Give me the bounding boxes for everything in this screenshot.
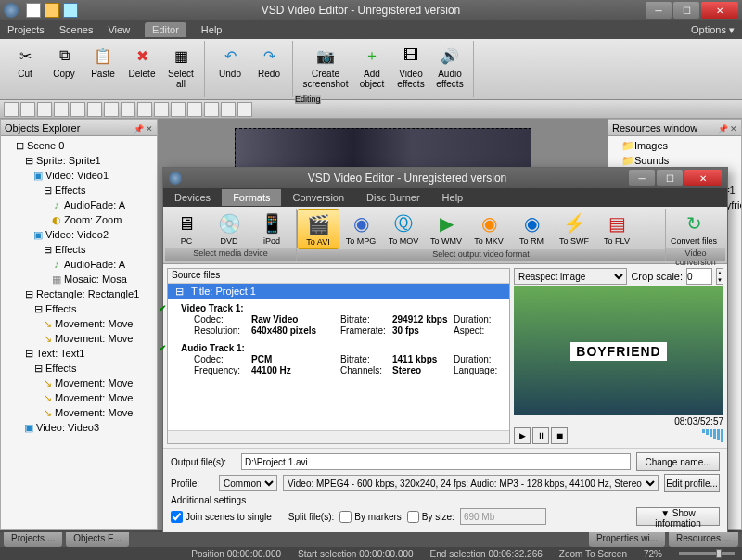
tab-devices[interactable]: Devices <box>163 189 222 206</box>
tool-icon[interactable] <box>154 102 169 117</box>
profile-select-a[interactable]: Common <box>219 475 277 491</box>
wmv-icon: ▶ <box>431 210 461 236</box>
stepper-icon[interactable]: ▲▼ <box>716 268 723 285</box>
format-flv[interactable]: ▤To FLV <box>595 209 638 249</box>
bymarkers-checkbox[interactable] <box>339 511 352 523</box>
menu-editor[interactable]: Editor <box>145 22 186 37</box>
tool-icon[interactable] <box>137 102 152 117</box>
pause-button[interactable]: ⏸ <box>532 427 549 444</box>
volume-indicator[interactable] <box>702 429 723 442</box>
tab-discburner[interactable]: Disc Burner <box>355 189 430 206</box>
cut-button[interactable]: ✂Cut <box>7 43 43 81</box>
cropscale-input[interactable] <box>686 268 712 285</box>
screenshot-button[interactable]: 📷Create screenshot <box>301 43 351 91</box>
dialog-close-button[interactable]: ✕ <box>684 170 722 186</box>
app-logo-icon <box>4 3 19 18</box>
scissors-icon: ✂ <box>14 45 36 67</box>
device-ipod[interactable]: 📱iPod <box>250 209 293 248</box>
profile-select-b[interactable]: Video: MPEG4 - 600 kbps, 320x240, 24 fps… <box>283 475 659 491</box>
zoom-slider[interactable] <box>679 552 735 555</box>
reaspect-select[interactable]: Reaspect image <box>514 268 627 285</box>
menu-view[interactable]: View <box>108 24 130 35</box>
status-tab-objects[interactable]: Objects E... <box>66 532 129 547</box>
undo-button[interactable]: ↶Undo <box>212 43 248 81</box>
pin-icon[interactable]: 📌 <box>134 124 144 134</box>
close-button[interactable]: ✕ <box>701 2 738 19</box>
play-button[interactable]: ▶ <box>514 427 531 444</box>
format-swf[interactable]: ⚡To SWF <box>553 209 595 249</box>
dialog-title: VSD Video Editor - Unregistered version <box>187 172 627 185</box>
format-mpg[interactable]: ◉To MPG <box>339 209 382 249</box>
tool-icon[interactable] <box>87 102 102 117</box>
device-pc[interactable]: 🖥PC <box>165 209 208 248</box>
tab-formats[interactable]: Formats <box>222 189 281 206</box>
status-tab-projects[interactable]: Projects ... <box>4 532 62 547</box>
format-mov[interactable]: ⓆTo MOV <box>382 209 425 249</box>
output-path-input[interactable] <box>241 453 631 470</box>
tool-icon[interactable] <box>104 102 119 117</box>
paste-button[interactable]: 📋Paste <box>85 43 121 81</box>
object-tree[interactable]: ⊟Scene 0 ⊟Sprite: Sprite1 ▣Video: Video1… <box>1 136 157 529</box>
status-tab-properties[interactable]: Properties wi... <box>589 532 665 547</box>
close-panel-icon[interactable]: ✕ <box>730 124 737 134</box>
source-item[interactable]: ⊟Title: Project 1 <box>168 284 509 299</box>
copy-button[interactable]: ⧉Copy <box>46 43 82 81</box>
preview-player[interactable]: BOYFRIEND <box>514 286 723 415</box>
tree-node: ⊟Scene 0 <box>3 138 155 153</box>
status-tab-resources[interactable]: Resources ... <box>669 532 738 547</box>
tool-icon[interactable] <box>237 102 252 117</box>
edit-profile-button[interactable]: Edit profile... <box>664 474 720 492</box>
options-menu[interactable]: Options ▾ <box>691 24 735 36</box>
add-object-button[interactable]: ＋Add object <box>354 43 390 91</box>
tool-icon[interactable] <box>54 102 69 117</box>
maximize-button[interactable]: ☐ <box>673 2 699 19</box>
convert-button[interactable]: ↻Convert files <box>666 209 722 248</box>
format-avi[interactable]: 🎬To AVI <box>297 209 339 249</box>
tool-icon[interactable] <box>70 102 85 117</box>
join-checkbox[interactable] <box>171 511 183 523</box>
tool-icon[interactable] <box>20 102 35 117</box>
tool-icon[interactable] <box>204 102 219 117</box>
video-effects-button[interactable]: 🎞Video effects <box>393 43 429 91</box>
scrollbar[interactable] <box>168 430 509 443</box>
dialog-min-button[interactable]: ─ <box>629 170 655 186</box>
delete-icon: ✖ <box>131 45 153 67</box>
tool-icon[interactable] <box>37 102 52 117</box>
qa-open-icon[interactable] <box>45 3 59 18</box>
qa-new-icon[interactable] <box>26 3 41 18</box>
bysize-checkbox[interactable] <box>407 511 419 523</box>
format-mkv[interactable]: ◉To MKV <box>467 209 510 249</box>
tool-icon[interactable] <box>121 102 135 117</box>
dialog-max-button[interactable]: ☐ <box>657 170 683 186</box>
change-name-button[interactable]: Change name... <box>636 452 720 471</box>
mkv-icon: ◉ <box>474 210 504 236</box>
audio-effects-button[interactable]: 🔊Audio effects <box>432 43 467 91</box>
format-wmv[interactable]: ▶To WMV <box>425 209 467 249</box>
size-input <box>460 508 546 525</box>
menu-projects[interactable]: Projects <box>7 24 45 35</box>
select-all-button[interactable]: ▦Select all <box>163 43 198 91</box>
tab-conversion[interactable]: Conversion <box>281 189 355 206</box>
stop-button[interactable]: ◼ <box>551 427 568 444</box>
objects-explorer-panel: Objects Explorer📌✕ ⊟Scene 0 ⊟Sprite: Spr… <box>0 119 158 530</box>
tool-icon[interactable] <box>221 102 236 117</box>
tab-help[interactable]: Help <box>431 189 475 206</box>
redo-button[interactable]: ↷Redo <box>251 43 287 81</box>
zoom-label: Zoom To Screen <box>559 549 627 559</box>
pin-icon[interactable]: 📌 <box>718 124 728 134</box>
device-dvd[interactable]: 💿DVD <box>208 209 250 248</box>
delete-button[interactable]: ✖Delete <box>124 43 160 81</box>
tool-icon[interactable] <box>187 102 202 117</box>
tool-icon[interactable] <box>171 102 186 117</box>
dialog-titlebar[interactable]: VSD Video Editor - Unregistered version … <box>163 168 727 188</box>
tool-icon[interactable] <box>4 102 19 117</box>
qa-save-icon[interactable] <box>63 3 78 18</box>
dialog-tabs: Devices Formats Conversion Disc Burner H… <box>163 188 727 207</box>
menu-scenes[interactable]: Scenes <box>59 24 94 35</box>
format-rm[interactable]: ◉To RM <box>510 209 553 249</box>
menu-help[interactable]: Help <box>201 24 223 35</box>
minimize-button[interactable]: ─ <box>646 2 672 19</box>
main-titlebar: VSD Video Editor - Unregistered version … <box>0 0 742 20</box>
close-panel-icon[interactable]: ✕ <box>146 124 153 134</box>
show-info-button[interactable]: ▼ Show information <box>636 507 720 526</box>
